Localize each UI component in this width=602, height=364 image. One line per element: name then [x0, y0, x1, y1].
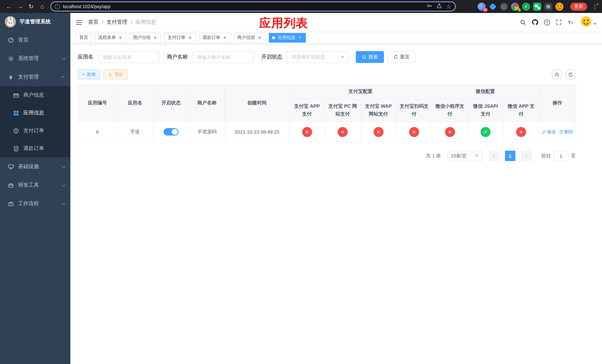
close-icon[interactable]: ×: [257, 35, 262, 40]
password-key-icon[interactable]: [426, 3, 432, 10]
gear-icon: [7, 56, 14, 61]
app-logo[interactable]: 芋道管理系统: [0, 13, 70, 31]
svg-text:?: ?: [546, 20, 548, 24]
tab-home[interactable]: 首页: [76, 33, 91, 43]
breadcrumb-current: 应用信息: [136, 19, 156, 26]
col-enabled: 开启状态: [153, 85, 189, 122]
sidebar-item-refund-orders[interactable]: 退款订单: [0, 139, 70, 157]
svg-text:T: T: [571, 21, 573, 25]
tab-payment-order[interactable]: 支付订单×: [164, 33, 196, 43]
site-info-icon[interactable]: i: [55, 4, 60, 9]
status-select[interactable]: 请选择开启状态: [287, 51, 348, 63]
back-icon[interactable]: ←: [4, 1, 14, 12]
col-actions: 操作: [539, 85, 576, 122]
extension-icon[interactable]: [489, 2, 497, 11]
user-menu[interactable]: [580, 16, 596, 29]
tab-refund-order[interactable]: 退款订单×: [199, 33, 231, 43]
chevron-down-icon: [62, 201, 65, 205]
briefcase-icon: [7, 201, 14, 206]
col-wechat-mini: 微信小程序支付: [432, 99, 468, 122]
tab-user-group[interactable]: 用户分组×: [129, 33, 161, 43]
breadcrumb: 首页 / 支付管理 / 应用信息: [88, 19, 156, 26]
app-name-input[interactable]: [98, 51, 159, 63]
forward-icon[interactable]: →: [15, 1, 25, 12]
url-text[interactable]: localhost:1024/pay/app: [63, 4, 423, 9]
github-icon[interactable]: [532, 19, 538, 26]
next-page-button[interactable]: ›: [521, 151, 532, 161]
merchant-name-input[interactable]: [193, 51, 254, 63]
page-size-select[interactable]: 10条/页: [448, 151, 482, 161]
close-icon[interactable]: ×: [297, 35, 302, 40]
main-area: 应用列表 首页 / 支付管理 / 应用信息 ? TT: [70, 13, 602, 364]
home-icon[interactable]: ⌂: [37, 1, 47, 12]
grid-icon: [13, 110, 19, 116]
svg-text:T: T: [568, 20, 571, 25]
delete-link[interactable]: 删除: [559, 129, 573, 135]
alipay-wap-status: ×: [373, 127, 383, 137]
sidebar-item-app-info[interactable]: 应用信息: [0, 104, 70, 122]
enabled-toggle[interactable]: [164, 128, 178, 136]
screen: ← → ↻ ⌂ i localhost:1024/pay/app ☆ 10 1 …: [0, 0, 602, 364]
sidebar-item-dev-tools[interactable]: 研发工具: [0, 176, 70, 194]
top-navbar: 首页 / 支付管理 / 应用信息 ? TT: [70, 13, 602, 32]
edit-link[interactable]: 修改: [542, 129, 556, 135]
font-size-icon[interactable]: TT: [567, 19, 573, 25]
bookmark-star-icon[interactable]: ☆: [446, 4, 451, 9]
app-title: 芋道管理系统: [20, 19, 51, 25]
close-icon[interactable]: ×: [187, 35, 193, 40]
tab-process-form[interactable]: 流程表单×: [95, 33, 126, 43]
hamburger-icon[interactable]: [76, 20, 82, 25]
tab-merchant-info[interactable]: 商户信息×: [234, 33, 266, 43]
reload-icon[interactable]: ↻: [26, 1, 36, 12]
chevron-up-icon: [61, 76, 64, 79]
close-icon[interactable]: ×: [118, 35, 123, 40]
add-button[interactable]: + 新增: [78, 70, 100, 79]
extension-icon[interactable]: [522, 2, 530, 11]
sidebar-item-home[interactable]: 首页: [0, 31, 70, 49]
alipay-app-status: ×: [302, 127, 312, 137]
col-merchant: 商户名称: [189, 85, 225, 122]
wechat-extension-icon[interactable]: [533, 2, 541, 11]
toggle-search-icon[interactable]: [552, 69, 562, 80]
prev-page-button[interactable]: ‹: [489, 151, 499, 161]
dashboard-icon: [7, 37, 14, 43]
sidebar-item-payment-orders[interactable]: 支付订单: [0, 122, 70, 139]
breadcrumb-home[interactable]: 首页: [88, 19, 98, 26]
browser-menu-icon[interactable]: ⋮: [592, 3, 598, 10]
extension-icon[interactable]: 10: [478, 2, 486, 11]
close-icon[interactable]: ×: [222, 35, 227, 40]
fullscreen-icon[interactable]: [556, 19, 562, 25]
export-button[interactable]: 导出: [104, 70, 128, 79]
sidebar-item-infrastructure[interactable]: 基础设施: [0, 157, 70, 176]
sidebar-item-merchant-info[interactable]: 商户信息: [0, 86, 70, 104]
browser-toolbar: ← → ↻ ⌂ i localhost:1024/pay/app ☆ 10 1 …: [0, 0, 602, 13]
col-alipay-pc: 支付宝 PC 网站支付: [325, 99, 360, 122]
extension-badge: 1: [518, 8, 521, 12]
sidebar-item-payment[interactable]: ¥ 支付管理: [0, 68, 70, 86]
cell-app-id: 6: [78, 122, 117, 142]
sidebar-item-workflow[interactable]: 工作流程: [0, 194, 70, 213]
col-wechat-app: 微信 APP 支付: [503, 99, 539, 122]
goto-page-input[interactable]: [553, 151, 568, 161]
chrome-update-button[interactable]: 更新: [570, 2, 587, 11]
search-button[interactable]: 搜索: [356, 51, 384, 63]
search-form: 应用名 商户名称 开启状态 请选择开启状态: [78, 51, 602, 63]
page-1-button[interactable]: 1: [505, 151, 515, 161]
extension-icon[interactable]: [500, 2, 508, 11]
header-search-icon[interactable]: [520, 19, 526, 25]
reset-button[interactable]: 重置: [388, 51, 415, 63]
col-app-id: 应用编号: [78, 85, 117, 122]
emoji-extension-icon[interactable]: [555, 2, 563, 11]
sidebar-item-system[interactable]: 系统管理: [0, 49, 70, 68]
extension-icon[interactable]: 1: [511, 2, 519, 11]
close-icon[interactable]: ×: [152, 35, 158, 40]
help-icon[interactable]: ?: [544, 19, 550, 25]
breadcrumb-payment[interactable]: 支付管理: [107, 19, 127, 26]
extension-icon[interactable]: [544, 2, 552, 11]
refresh-icon[interactable]: [565, 69, 576, 80]
credit-card-icon: [13, 92, 19, 98]
address-bar[interactable]: i localhost:1024/pay/app ☆: [50, 1, 456, 11]
share-icon[interactable]: [436, 3, 442, 10]
wechat-app-status: ×: [516, 127, 526, 137]
tab-app-info[interactable]: 应用信息×: [269, 33, 306, 43]
